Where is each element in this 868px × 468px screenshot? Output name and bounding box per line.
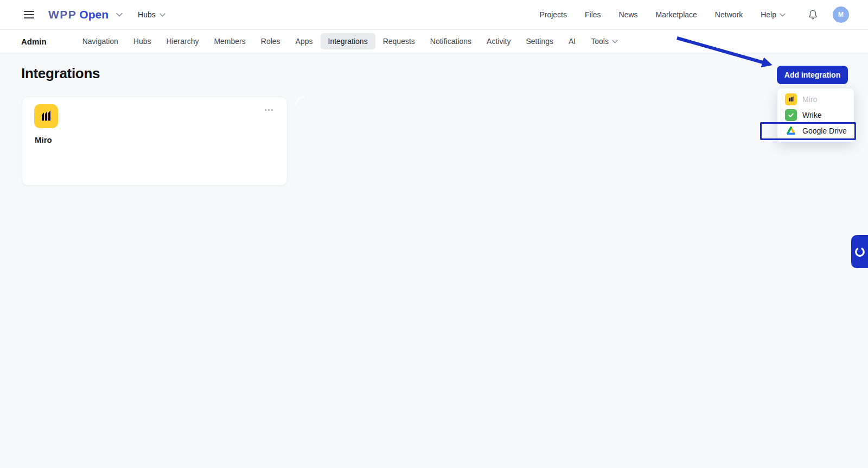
google-drive-icon — [785, 125, 797, 137]
tab-notifications[interactable]: Notifications — [423, 33, 479, 49]
tab-roles[interactable]: Roles — [253, 33, 288, 49]
tab-hubs[interactable]: Hubs — [126, 33, 159, 49]
nav-network[interactable]: Network — [715, 10, 743, 19]
integration-card-name: Miro — [35, 135, 52, 144]
admin-section-label: Admin — [21, 37, 47, 46]
sync-floating-button[interactable] — [851, 235, 868, 268]
notifications-bell-icon[interactable] — [807, 9, 819, 21]
top-navigation: Projects Files News Marketplace Network … — [539, 10, 786, 19]
miro-icon — [34, 104, 58, 128]
nav-news[interactable]: News — [619, 10, 638, 19]
page-title: Integrations — [21, 65, 100, 82]
wrike-icon — [785, 109, 797, 121]
brand-wpp: WPP — [48, 8, 76, 21]
tab-ai[interactable]: AI — [561, 33, 583, 49]
admin-sub-nav: Admin Navigation Hubs Hierarchy Members … — [0, 30, 868, 53]
top-bar: WPP Open Hubs Projects Files News Market… — [0, 0, 868, 30]
help-chevron-down-icon — [780, 13, 786, 17]
nav-marketplace[interactable]: Marketplace — [656, 10, 697, 19]
menu-item-label: Google Drive — [802, 127, 847, 135]
nav-files[interactable]: Files — [585, 10, 601, 19]
miro-icon — [785, 93, 797, 105]
nav-projects[interactable]: Projects — [539, 10, 567, 19]
tab-requests[interactable]: Requests — [375, 33, 423, 49]
menu-item-google-drive[interactable]: Google Drive — [777, 123, 854, 138]
menu-item-wrike[interactable]: Wrike — [777, 107, 854, 123]
avatar-initial: M — [838, 11, 844, 18]
tab-tools[interactable]: Tools — [583, 33, 626, 49]
brand-chevron-down-icon[interactable] — [116, 12, 123, 17]
brand-open: Open — [79, 8, 108, 21]
sync-icon — [854, 246, 866, 258]
context-chevron-down-icon — [159, 13, 165, 17]
wpp-open-logo[interactable]: WPP Open — [48, 8, 123, 21]
tab-apps[interactable]: Apps — [288, 33, 321, 49]
tab-integrations[interactable]: Integrations — [321, 33, 375, 49]
hamburger-menu-icon[interactable] — [24, 11, 34, 18]
annotation-arrow-overlay — [0, 0, 868, 468]
tools-label: Tools — [591, 37, 609, 46]
menu-item-label: Miro — [802, 95, 817, 104]
add-integration-dropdown: Miro Wrike Google Drive — [777, 88, 854, 142]
tab-hierarchy[interactable]: Hierarchy — [159, 33, 207, 49]
menu-item-label: Wrike — [802, 111, 822, 119]
tab-navigation[interactable]: Navigation — [75, 33, 126, 49]
nav-help[interactable]: Help — [761, 10, 786, 19]
tab-members[interactable]: Members — [206, 33, 253, 49]
hubs-context-switcher[interactable]: Hubs — [138, 10, 165, 19]
card-ellipsis-menu-icon[interactable] — [263, 107, 275, 113]
tools-chevron-down-icon — [612, 40, 618, 43]
admin-tabs: Navigation Hubs Hierarchy Members Roles … — [75, 33, 626, 49]
user-avatar[interactable]: M — [833, 7, 849, 23]
tab-activity[interactable]: Activity — [479, 33, 518, 49]
ghost-card-corner — [296, 97, 305, 105]
menu-item-miro[interactable]: Miro — [777, 91, 854, 107]
tab-settings[interactable]: Settings — [518, 33, 561, 49]
context-label: Hubs — [138, 10, 156, 19]
add-integration-button[interactable]: Add integration — [777, 66, 848, 84]
integration-card-miro[interactable]: Miro — [22, 97, 288, 186]
help-label: Help — [761, 10, 776, 19]
